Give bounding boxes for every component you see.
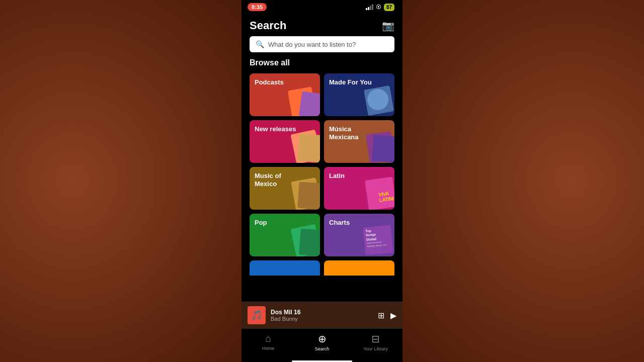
category-music-of-mexico[interactable]: Music of Mexico — [250, 167, 320, 210]
nav-search-label: Search — [315, 346, 330, 351]
nav-home[interactable]: ⌂ Home — [242, 333, 295, 351]
podcasts-decoration — [286, 85, 320, 116]
browse-title: Browse all — [250, 58, 394, 67]
category-new-releases[interactable]: New releases — [250, 120, 320, 163]
now-playing-bar[interactable]: 🎵 Dos Mil 16 Bad Bunny ⊞ ▶ — [242, 302, 403, 328]
category-charts[interactable]: Charts TopSongsGlobal Weekly Music Ch... — [324, 214, 394, 256]
category-label: New releases — [255, 125, 296, 133]
status-icons: ⦿ 87 — [366, 4, 394, 11]
home-icon: ⌂ — [265, 333, 271, 344]
category-grid: Podcasts Made For You New releases — [250, 73, 394, 256]
latin-decoration: VIVALATINI — [362, 174, 394, 210]
library-icon: ⊟ — [371, 333, 380, 345]
page-header: Search 📷 — [242, 14, 403, 36]
category-label: Pop — [255, 219, 267, 227]
wifi-icon: ⦿ — [376, 4, 381, 10]
phone-frame: 8:35 ⦿ 87 Search 📷 🔍 What do you want to… — [242, 0, 403, 362]
battery-display: 87 — [384, 4, 394, 11]
category-label: Música Mexicana — [329, 125, 378, 141]
nav-library-label: Your Library — [364, 346, 388, 351]
category-latin[interactable]: Latin VIVALATINI — [324, 167, 394, 210]
category-podcasts[interactable]: Podcasts — [250, 73, 320, 116]
browse-section: Browse all Podcasts Made For You — [242, 58, 403, 302]
search-icon: 🔍 — [256, 40, 264, 48]
now-playing-title: Dos Mil 16 — [271, 309, 373, 316]
bottom-navigation: ⌂ Home ⊕ Search ⊟ Your Library — [242, 328, 403, 358]
search-nav-icon: ⊕ — [318, 333, 327, 345]
bg-right — [403, 0, 644, 362]
now-playing-thumb: 🎵 — [248, 306, 266, 324]
category-label: Music of Mexico — [255, 172, 304, 188]
connect-button[interactable]: ⊞ — [378, 311, 384, 320]
play-button[interactable]: ▶ — [390, 311, 396, 320]
category-label: Charts — [329, 219, 350, 227]
category-musica-mexicana[interactable]: Música Mexicana — [324, 120, 394, 163]
partial-category-row — [250, 260, 394, 276]
nav-home-label: Home — [262, 346, 274, 351]
category-pop[interactable]: Pop — [250, 214, 320, 256]
category-partial-1[interactable] — [250, 260, 320, 276]
status-bar: 8:35 ⦿ 87 — [242, 0, 403, 14]
category-label: Podcasts — [255, 78, 284, 86]
search-input[interactable]: 🔍 What do you want to listen to? — [250, 36, 394, 52]
now-playing-info: Dos Mil 16 Bad Bunny — [271, 309, 373, 322]
page-title: Search — [250, 19, 286, 32]
now-playing-controls: ⊞ ▶ — [378, 311, 396, 320]
signal-icon — [366, 4, 373, 10]
nav-search[interactable]: ⊕ Search — [295, 333, 349, 351]
category-label: Made For You — [329, 78, 372, 86]
time-display: 8:35 — [248, 3, 267, 11]
category-made-for-you[interactable]: Made For You — [324, 73, 394, 116]
now-playing-artist: Bad Bunny — [271, 316, 373, 322]
category-label: Latin — [329, 172, 345, 180]
nav-library[interactable]: ⊟ Your Library — [349, 333, 403, 351]
camera-icon[interactable]: 📷 — [382, 20, 394, 32]
charts-decoration: TopSongsGlobal Weekly Music Ch... — [364, 226, 392, 254]
bg-left — [0, 0, 242, 362]
search-placeholder-text: What do you want to listen to? — [268, 41, 356, 48]
search-bar-container: 🔍 What do you want to listen to? — [242, 36, 403, 58]
category-partial-2[interactable] — [324, 260, 394, 276]
pop-decoration — [290, 221, 320, 256]
